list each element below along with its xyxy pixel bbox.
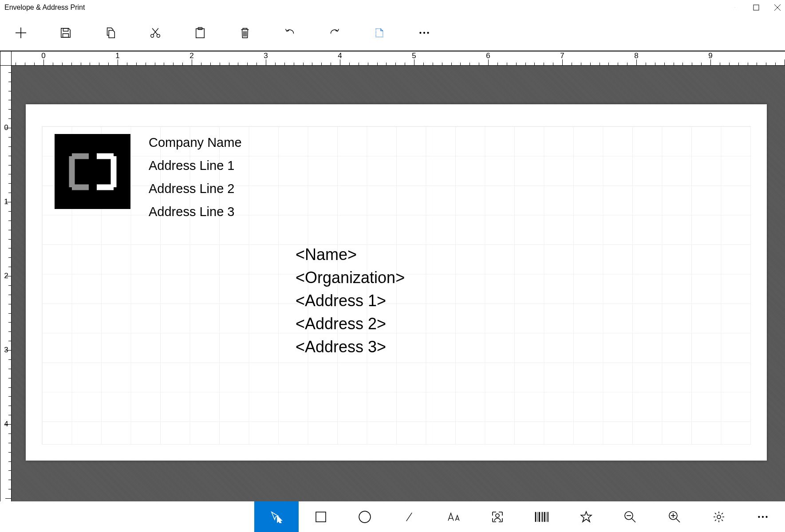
recipient-addr2: <Address 2> (296, 312, 405, 335)
svg-line-11 (152, 28, 158, 35)
sender-addr3: Address Line 3 (149, 200, 242, 223)
svg-point-18 (424, 32, 425, 33)
svg-line-36 (676, 519, 680, 522)
sender-address-block[interactable]: Company Name Address Line 1 Address Line… (149, 131, 242, 223)
recipient-name: <Name> (296, 243, 405, 266)
vertical-ruler: 01234 (0, 66, 12, 501)
text-tool-button[interactable] (431, 501, 476, 532)
cut-button[interactable] (149, 26, 162, 39)
logo-icon[interactable] (55, 134, 130, 209)
svg-point-39 (717, 515, 721, 519)
more-tools-button[interactable] (741, 501, 785, 532)
rectangle-tool-button[interactable] (299, 501, 343, 532)
recipient-addr3: <Address 3> (296, 335, 405, 359)
more-button[interactable] (418, 26, 431, 39)
svg-point-23 (496, 514, 499, 517)
svg-line-22 (406, 512, 412, 521)
svg-rect-6 (63, 28, 68, 31)
svg-point-19 (427, 32, 429, 33)
window-controls (732, 4, 781, 11)
redo-button[interactable] (328, 26, 341, 39)
svg-point-21 (359, 511, 371, 523)
svg-point-17 (420, 32, 421, 33)
bottom-toolbar (0, 501, 785, 532)
svg-line-10 (153, 28, 158, 35)
title-bar: Envelope & Address Print (0, 0, 785, 15)
star-tool-button[interactable] (564, 501, 608, 532)
h-ruler-number: 3 (264, 51, 268, 60)
horizontal-ruler: 0123456789 (12, 51, 785, 66)
new-button[interactable] (14, 26, 28, 39)
minimize-button[interactable] (732, 4, 738, 11)
zoom-out-button[interactable] (608, 501, 652, 532)
barcode-tool-button[interactable] (520, 501, 564, 532)
recipient-addr1: <Address 1> (296, 289, 405, 312)
contact-tool-button[interactable] (475, 501, 520, 532)
undo-button[interactable] (283, 26, 296, 39)
sender-company: Company Name (149, 131, 242, 154)
h-ruler-number: 5 (412, 51, 416, 60)
ruler-corner (0, 51, 12, 66)
h-ruler-number: 6 (486, 51, 490, 60)
h-ruler-number: 4 (338, 51, 342, 60)
svg-point-42 (766, 516, 767, 517)
close-button[interactable] (774, 4, 781, 11)
new-page-button[interactable] (373, 26, 386, 39)
svg-rect-1 (753, 5, 759, 10)
svg-line-33 (632, 519, 635, 522)
delete-button[interactable] (238, 26, 252, 39)
zoom-in-button[interactable] (652, 501, 697, 532)
h-ruler-number: 9 (708, 51, 712, 60)
canvas-area: Company Name Address Line 1 Address Line… (12, 66, 785, 501)
svg-point-41 (762, 516, 764, 517)
line-tool-button[interactable] (387, 501, 431, 532)
h-ruler-number: 7 (560, 51, 564, 60)
recipient-org: <Organization> (296, 266, 405, 289)
svg-rect-20 (316, 512, 326, 522)
sender-addr1: Address Line 1 (149, 154, 242, 177)
top-toolbar (0, 15, 785, 51)
svg-rect-7 (63, 33, 69, 37)
copy-button[interactable] (104, 26, 117, 39)
settings-button[interactable] (697, 501, 741, 532)
selection-tool-button[interactable] (254, 501, 299, 532)
save-button[interactable] (59, 26, 72, 39)
paste-button[interactable] (193, 26, 207, 39)
sender-addr2: Address Line 2 (149, 177, 242, 200)
envelope-page[interactable]: Company Name Address Line 1 Address Line… (26, 104, 767, 461)
ellipse-tool-button[interactable] (343, 501, 387, 532)
svg-point-40 (758, 516, 760, 517)
h-ruler-number: 2 (189, 51, 193, 60)
h-ruler-number: 1 (115, 51, 119, 60)
h-ruler-number: 8 (634, 51, 638, 60)
h-ruler-number: 0 (41, 51, 45, 60)
maximize-button[interactable] (753, 4, 759, 11)
recipient-address-block[interactable]: <Name> <Organization> <Address 1> <Addre… (296, 243, 405, 359)
svg-rect-12 (196, 28, 205, 37)
window-title: Envelope & Address Print (4, 4, 85, 12)
